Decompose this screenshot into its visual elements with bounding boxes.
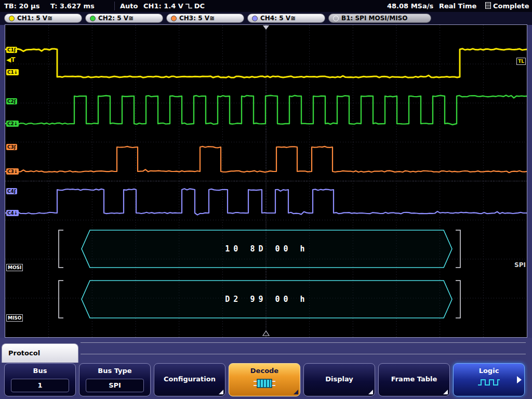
b1-color-dot — [333, 16, 339, 21]
softkey-row: Bus 1 Bus Type SPI Configuration Decode … — [4, 363, 525, 396]
softkey-bus[interactable]: Bus 1 — [4, 363, 76, 396]
bottom-panel: Protocol Bus 1 Bus Type SPI Configuratio… — [0, 338, 532, 399]
ch3-label: CH3: 5 V≅ — [179, 15, 215, 22]
divider-line — [81, 354, 526, 354]
trigger-position-marker — [263, 25, 269, 30]
ch1-color-dot — [9, 16, 15, 21]
softkey-bus-type[interactable]: Bus Type SPI — [79, 363, 151, 396]
softkey-configuration[interactable]: Configuration — [154, 363, 225, 396]
softkey-logic[interactable]: Logic — [453, 363, 525, 396]
ch4-label: CH4: 5 V≅ — [260, 15, 296, 22]
bus-value-mosi: 10 8D 00 h — [225, 244, 308, 254]
trigger-source-text: CH1: 1.4 V — [143, 2, 183, 10]
divider-line — [81, 342, 526, 343]
trigger-coupling: DC — [194, 2, 205, 10]
softkey-decode[interactable]: Decode — [229, 363, 300, 396]
ch2-color-dot — [90, 16, 96, 21]
trigger-mode: Auto — [120, 0, 138, 12]
channel-bar: CH1: 5 V≅ CH2: 5 V≅ CH3: 5 V≅ CH4: 5 V≅ … — [0, 12, 532, 25]
softkey-label: Bus Type — [79, 367, 150, 375]
softkey-label: Bus — [5, 367, 75, 375]
softkey-label: Configuration — [154, 364, 225, 395]
submenu-corner-icon — [219, 390, 223, 394]
menu-title-protocol: Protocol — [2, 343, 78, 363]
ch4-color-dot — [252, 16, 258, 21]
complete-icon — [485, 2, 491, 9]
softkey-label: Decode — [229, 367, 300, 375]
submenu-corner-icon — [368, 390, 373, 394]
channel-button-ch3[interactable]: CH3: 5 V≅ — [166, 14, 244, 23]
submenu-arrow-icon — [517, 376, 522, 383]
ch1-label: CH1: 5 V≅ — [17, 15, 52, 22]
softkey-label: Logic — [454, 367, 524, 375]
sample-rate-readout: 48.08 MSa/s — [387, 0, 433, 12]
frame-bracket-left — [59, 281, 63, 318]
decode-icon — [229, 378, 300, 389]
timebase-readout: TB: 20 µs — [4, 0, 39, 12]
logic-icon — [454, 378, 524, 387]
channel-button-ch1[interactable]: CH1: 5 V≅ — [4, 14, 82, 23]
softkey-label: Frame Table — [379, 364, 449, 395]
status-bar: TB: 20 µs T: 3.627 ms Auto CH1: 1.4 VDC … — [0, 0, 532, 12]
bus-button-b1[interactable]: B1: SPI MOSI/MISO — [328, 14, 431, 23]
submenu-corner-icon — [443, 390, 448, 394]
frame-bracket-right — [456, 230, 460, 268]
trigger-time-readout: T: 3.627 ms — [50, 0, 95, 12]
softkey-label: Display — [304, 364, 375, 395]
ch3-color-dot — [171, 16, 177, 21]
trigger-source-readout: CH1: 1.4 VDC — [143, 0, 205, 13]
channel-button-ch2[interactable]: CH2: 5 V≅ — [85, 14, 163, 23]
bus-value-miso: D2 99 00 h — [225, 295, 308, 304]
b1-label: B1: SPI MOSI/MISO — [341, 15, 407, 22]
submenu-corner-icon — [294, 390, 298, 394]
ch2-trace — [5, 95, 527, 125]
acquisition-mode: Real Time — [439, 0, 476, 12]
ch2-label: CH2: 5 V≅ — [98, 15, 134, 22]
scope-canvas: 10 8D 00 hD2 99 00 h — [5, 25, 527, 337]
acquisition-status: Complete — [485, 0, 529, 12]
bus-value: 1 — [11, 379, 69, 392]
divider — [114, 2, 115, 10]
frame-bracket-left — [59, 230, 63, 268]
softkey-display[interactable]: Display — [303, 363, 375, 396]
frame-bracket-right — [456, 281, 460, 318]
waveform-display[interactable]: 10 8D 00 hD2 99 00 h C1ʃ◀TC1↓C2ʃC2↓C3ʃC3… — [5, 24, 527, 338]
channel-button-ch4[interactable]: CH4: 5 V≅ — [247, 14, 325, 23]
acquisition-status-text: Complete — [493, 2, 529, 10]
softkey-frame-table[interactable]: Frame Table — [378, 363, 450, 396]
bus-type-value: SPI — [86, 379, 144, 392]
falling-edge-icon — [185, 1, 193, 13]
